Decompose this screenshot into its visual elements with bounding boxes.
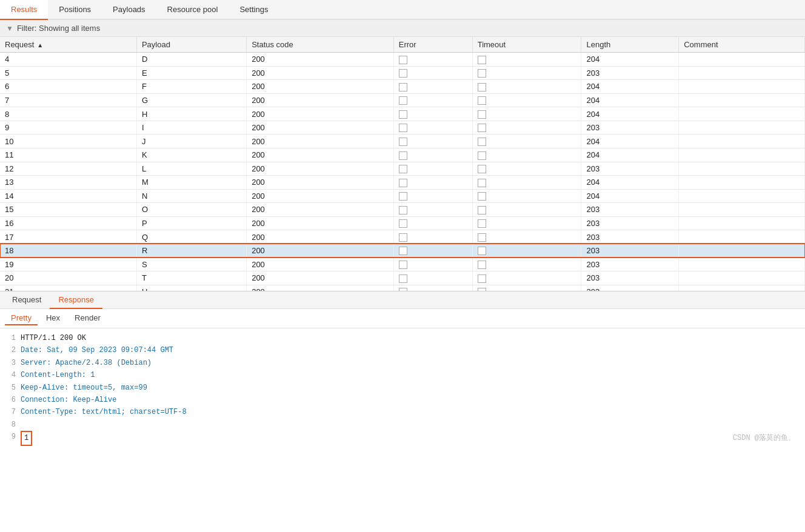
table-row[interactable]: 7G200204 [0, 93, 805, 107]
table-row[interactable]: 16P200203 [0, 216, 805, 230]
table-row[interactable]: 15O200203 [0, 203, 805, 217]
table-row[interactable]: 13M200204 [0, 176, 805, 190]
cell-timeout[interactable] [472, 271, 581, 285]
cell-error-checkbox[interactable] [399, 247, 407, 255]
cell-error-checkbox[interactable] [399, 96, 407, 105]
cell-error[interactable] [393, 53, 472, 67]
cell-timeout-checkbox[interactable] [478, 96, 486, 105]
cell-timeout[interactable] [472, 162, 581, 176]
cell-timeout[interactable] [472, 203, 581, 217]
cell-timeout[interactable] [472, 285, 581, 291]
table-row[interactable]: 11K200204 [0, 148, 805, 162]
cell-error[interactable] [393, 162, 472, 176]
table-row[interactable]: 5E200203 [0, 66, 805, 80]
table-row[interactable]: 21U200203 [0, 285, 805, 291]
cell-timeout-checkbox[interactable] [478, 247, 486, 255]
tab-positions[interactable]: Positions [48, 0, 102, 20]
cell-timeout[interactable] [472, 244, 581, 258]
cell-error[interactable] [393, 271, 472, 285]
cell-error-checkbox[interactable] [399, 261, 407, 269]
cell-timeout-checkbox[interactable] [478, 151, 486, 160]
cell-error-checkbox[interactable] [399, 83, 407, 91]
table-row[interactable]: 12L200203 [0, 162, 805, 176]
col-header-timeout[interactable]: Timeout [472, 37, 581, 53]
cell-timeout[interactable] [472, 107, 581, 121]
sub-tab-pretty[interactable]: Pretty [5, 311, 38, 325]
cell-error[interactable] [393, 189, 472, 203]
cell-timeout[interactable] [472, 189, 581, 203]
table-row[interactable]: 4D200204 [0, 53, 805, 67]
cell-timeout-checkbox[interactable] [478, 219, 486, 228]
cell-error[interactable] [393, 216, 472, 230]
tab-resource-pool[interactable]: Resource pool [156, 0, 229, 20]
cell-timeout[interactable] [472, 216, 581, 230]
cell-timeout[interactable] [472, 121, 581, 135]
col-header-status-code[interactable]: Status code [247, 37, 394, 53]
table-row[interactable]: 6F200204 [0, 80, 805, 94]
cell-timeout-checkbox[interactable] [478, 233, 486, 242]
cell-error[interactable] [393, 148, 472, 162]
table-row[interactable]: 14N200204 [0, 189, 805, 203]
cell-error[interactable] [393, 176, 472, 190]
table-row[interactable]: 20T200203 [0, 271, 805, 285]
cell-timeout-checkbox[interactable] [478, 124, 486, 132]
table-row[interactable]: 9I200203 [0, 121, 805, 135]
sub-tab-render[interactable]: Render [68, 311, 107, 325]
cell-error[interactable] [393, 230, 472, 244]
cell-timeout-checkbox[interactable] [478, 192, 486, 201]
sub-tab-hex[interactable]: Hex [40, 311, 66, 325]
cell-timeout-checkbox[interactable] [478, 179, 486, 187]
cell-timeout[interactable] [472, 80, 581, 94]
cell-error-checkbox[interactable] [399, 110, 407, 119]
cell-error-checkbox[interactable] [399, 151, 407, 160]
cell-error[interactable] [393, 285, 472, 291]
bottom-tab-request[interactable]: Request [4, 291, 50, 309]
cell-error-checkbox[interactable] [399, 165, 407, 173]
cell-timeout-checkbox[interactable] [478, 138, 486, 146]
cell-timeout[interactable] [472, 176, 581, 190]
cell-timeout-checkbox[interactable] [478, 165, 486, 173]
cell-timeout[interactable] [472, 230, 581, 244]
table-row[interactable]: 17Q200203 [0, 230, 805, 244]
cell-error[interactable] [393, 107, 472, 121]
cell-error-checkbox[interactable] [399, 179, 407, 187]
cell-error[interactable] [393, 80, 472, 94]
cell-error[interactable] [393, 93, 472, 107]
cell-error-checkbox[interactable] [399, 138, 407, 146]
cell-error-checkbox[interactable] [399, 219, 407, 228]
tab-payloads[interactable]: Payloads [102, 0, 156, 20]
table-row[interactable]: 19S200203 [0, 258, 805, 271]
cell-error[interactable] [393, 66, 472, 80]
col-header-error[interactable]: Error [393, 37, 472, 53]
col-header-payload[interactable]: Payload [136, 37, 246, 53]
cell-error[interactable] [393, 244, 472, 258]
tab-settings[interactable]: Settings [229, 0, 279, 20]
table-row[interactable]: 10J200204 [0, 135, 805, 148]
cell-timeout-checkbox[interactable] [478, 274, 486, 283]
col-header-request[interactable]: Request ▲ [0, 37, 136, 53]
table-row[interactable]: 8H200204 [0, 107, 805, 121]
cell-error-checkbox[interactable] [399, 192, 407, 201]
cell-timeout[interactable] [472, 148, 581, 162]
cell-timeout-checkbox[interactable] [478, 83, 486, 91]
cell-timeout-checkbox[interactable] [478, 261, 486, 269]
cell-error-checkbox[interactable] [399, 233, 407, 242]
cell-error-checkbox[interactable] [399, 56, 407, 64]
cell-timeout[interactable] [472, 258, 581, 271]
cell-timeout-checkbox[interactable] [478, 69, 486, 78]
bottom-tab-response[interactable]: Response [50, 291, 102, 309]
cell-timeout[interactable] [472, 93, 581, 107]
cell-error[interactable] [393, 135, 472, 148]
cell-timeout-checkbox[interactable] [478, 110, 486, 119]
cell-error-checkbox[interactable] [399, 274, 407, 283]
cell-error-checkbox[interactable] [399, 206, 407, 214]
tab-results[interactable]: Results [0, 0, 48, 20]
col-header-length[interactable]: Length [581, 37, 679, 53]
cell-error[interactable] [393, 203, 472, 217]
table-row[interactable]: 18R200203 [0, 244, 805, 258]
cell-timeout[interactable] [472, 66, 581, 80]
col-header-comment[interactable]: Comment [679, 37, 805, 53]
cell-error[interactable] [393, 121, 472, 135]
cell-error[interactable] [393, 258, 472, 271]
cell-timeout-checkbox[interactable] [478, 56, 486, 64]
